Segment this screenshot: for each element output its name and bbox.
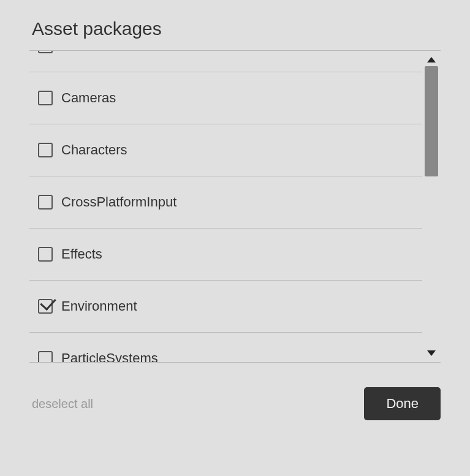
checkbox-icon[interactable] [38,91,53,105]
list-item[interactable]: Characters [29,124,422,176]
checkbox-icon[interactable] [38,195,53,210]
checkbox-icon[interactable] [38,143,53,157]
checkbox-checked-icon[interactable] [38,299,53,314]
item-label: 2D [61,51,78,54]
package-list[interactable]: 2D Cameras Characters CrossPlatformInput [29,51,422,362]
list-item[interactable]: Effects [29,229,422,281]
list-item[interactable]: 2D [29,51,422,72]
asset-packages-dialog: Asset packages 2D Cameras Characters [12,6,458,470]
list-item[interactable]: Environment [29,281,422,333]
scroll-up-icon[interactable] [427,57,436,62]
checkbox-icon[interactable] [38,51,53,53]
done-button[interactable]: Done [364,387,441,420]
package-list-container: 2D Cameras Characters CrossPlatformInput [29,50,441,363]
dialog-title: Asset packages [29,18,441,39]
list-item[interactable]: CrossPlatformInput [29,176,422,229]
scroll-track[interactable] [425,66,438,347]
list-item[interactable]: Cameras [29,72,422,124]
item-label: Effects [61,246,102,262]
checkbox-icon[interactable] [38,247,53,262]
item-label: Environment [61,298,137,314]
item-label: ParticleSystems [61,350,158,362]
item-label: Cameras [61,90,116,106]
scroll-thumb[interactable] [425,66,438,176]
dialog-footer: deselect all Done [29,363,441,420]
list-item[interactable]: ParticleSystems [29,333,422,362]
item-label: CrossPlatformInput [61,194,176,210]
deselect-all-link[interactable]: deselect all [29,397,93,411]
scroll-down-icon[interactable] [427,350,436,356]
package-list-inner: 2D Cameras Characters CrossPlatformInput [29,51,422,362]
checkbox-icon[interactable] [38,351,53,362]
item-label: Characters [61,142,127,158]
scrollbar[interactable] [422,51,441,362]
